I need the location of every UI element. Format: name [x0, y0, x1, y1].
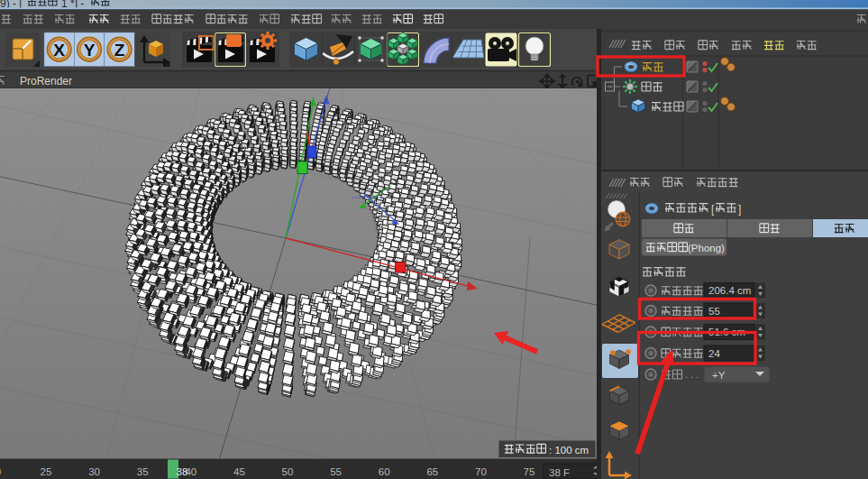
- svg-text:30: 30: [88, 466, 100, 477]
- svg-text:0: 0: [0, 466, 1, 477]
- svg-text:Y: Y: [84, 41, 96, 60]
- svg-text:. . .: . . .: [685, 369, 699, 380]
- svg-text:Z: Z: [114, 41, 125, 60]
- svg-text:45: 45: [233, 466, 245, 477]
- svg-text:70: 70: [475, 466, 487, 477]
- svg-text:(Phong): (Phong): [688, 243, 725, 253]
- svg-text:X: X: [53, 41, 65, 60]
- svg-text:55: 55: [708, 306, 720, 317]
- svg-text:206.4 cm: 206.4 cm: [708, 285, 751, 296]
- svg-text:50: 50: [282, 466, 294, 477]
- svg-text:55: 55: [330, 466, 342, 477]
- svg-text:24: 24: [708, 348, 720, 359]
- svg-text:38: 38: [177, 466, 188, 477]
- svg-text:75: 75: [524, 466, 535, 477]
- svg-text:]: ]: [738, 203, 741, 216]
- svg-text:25: 25: [41, 466, 52, 477]
- svg-text:35: 35: [137, 466, 149, 477]
- svg-text:60: 60: [379, 466, 390, 477]
- svg-text:65: 65: [426, 466, 438, 477]
- svg-text:: 100 cm: : 100 cm: [549, 445, 589, 456]
- svg-text:38 F: 38 F: [549, 467, 570, 478]
- svg-text:ProRender: ProRender: [20, 75, 72, 88]
- svg-text:+Y: +Y: [712, 370, 726, 381]
